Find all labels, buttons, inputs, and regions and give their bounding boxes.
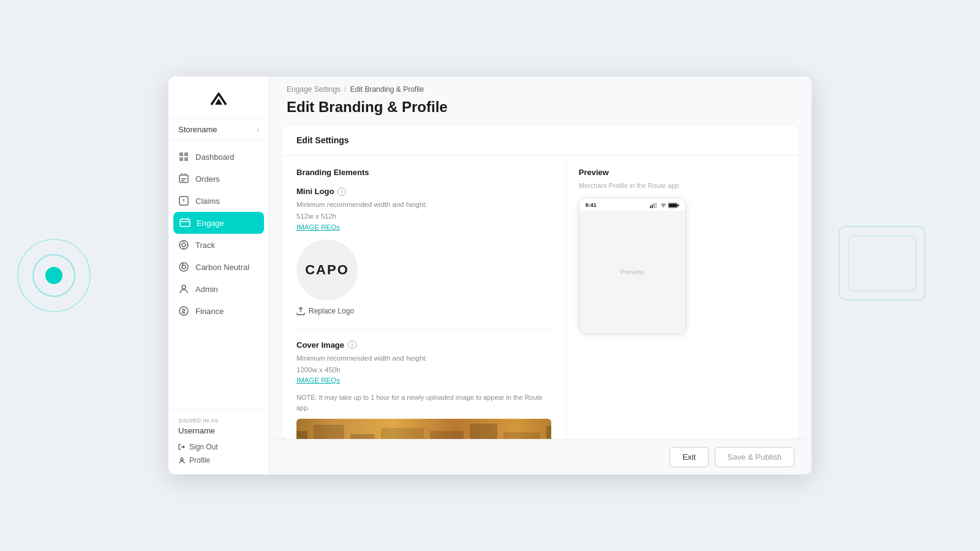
main-window: Storename › Dashboard bbox=[168, 77, 812, 474]
svg-rect-28 bbox=[652, 204, 653, 208]
svg-point-14 bbox=[181, 458, 183, 460]
main-content: Engage Settings / Edit Branding & Profil… bbox=[270, 77, 812, 474]
cover-image-hint-line2: 1200w x 450h bbox=[296, 365, 551, 375]
svg-rect-17 bbox=[314, 425, 344, 439]
cover-image-note: NOTE: It may take up to 1 hour for a new… bbox=[296, 392, 551, 413]
logo-text: CAPO bbox=[305, 262, 349, 278]
phone-status-icons bbox=[650, 203, 679, 208]
svg-point-12 bbox=[182, 285, 186, 289]
profile-icon bbox=[178, 457, 186, 464]
storename-text: Storename bbox=[178, 125, 217, 134]
storename-chevron-icon: › bbox=[257, 126, 259, 134]
carbon-neutral-icon bbox=[178, 261, 189, 272]
upload-icon bbox=[296, 307, 305, 315]
svg-point-9 bbox=[179, 241, 188, 249]
battery-icon bbox=[668, 203, 679, 208]
svg-point-11 bbox=[179, 263, 188, 271]
branding-elements-title: Branding Elements bbox=[296, 168, 551, 177]
breadcrumb-parent[interactable]: Engage Settings bbox=[287, 85, 341, 94]
save-publish-button[interactable]: Save & Publish bbox=[715, 447, 794, 467]
breadcrumb-separator: / bbox=[344, 85, 346, 94]
content-card: Edit Settings Branding Elements Mini Log… bbox=[282, 126, 799, 439]
signal-icon bbox=[650, 203, 658, 208]
signed-in-label: SIGNED IN AS bbox=[178, 418, 259, 424]
svg-rect-19 bbox=[381, 428, 424, 439]
svg-rect-22 bbox=[503, 432, 540, 439]
svg-rect-8 bbox=[180, 219, 190, 227]
mini-logo-hint-line1: Minimum recommended width and height: bbox=[296, 200, 551, 210]
phone-mockup: 9:41 bbox=[579, 198, 686, 334]
cover-image-preview bbox=[296, 419, 551, 439]
svg-rect-5 bbox=[184, 157, 188, 161]
claims-icon bbox=[178, 195, 189, 206]
phone-preview-label: Preview bbox=[620, 268, 644, 276]
breadcrumb: Engage Settings / Edit Branding & Profil… bbox=[270, 77, 812, 94]
bg-decoration-dot bbox=[45, 267, 62, 284]
mini-logo-label-text: Mini Logo bbox=[296, 187, 334, 196]
svg-rect-32 bbox=[677, 204, 679, 206]
dashboard-label: Dashboard bbox=[195, 152, 235, 162]
sidebar: Storename › Dashboard bbox=[168, 77, 270, 474]
replace-logo-button[interactable]: Replace Logo bbox=[296, 307, 354, 315]
sidebar-item-dashboard[interactable]: Dashboard bbox=[168, 146, 269, 168]
admin-icon bbox=[178, 283, 189, 294]
track-icon bbox=[178, 239, 189, 250]
cover-image-label-text: Cover Image bbox=[296, 340, 344, 350]
breadcrumb-current: Edit Branding & Profile bbox=[350, 85, 424, 94]
svg-rect-4 bbox=[179, 157, 183, 161]
finance-icon bbox=[178, 305, 189, 317]
claims-label: Claims bbox=[195, 197, 220, 206]
wifi-icon bbox=[660, 203, 666, 208]
preview-panel-title: Preview bbox=[579, 168, 787, 177]
svg-rect-20 bbox=[430, 431, 464, 439]
logo-display: CAPO bbox=[296, 239, 358, 301]
sidebar-item-engage[interactable]: Engage bbox=[173, 212, 264, 234]
sign-out-button[interactable]: Sign Out bbox=[178, 440, 259, 454]
section-divider bbox=[296, 329, 551, 329]
svg-rect-0 bbox=[839, 227, 925, 300]
page-title: Edit Branding & Profile bbox=[270, 94, 812, 126]
svg-rect-27 bbox=[650, 206, 651, 208]
cover-image-req-link[interactable]: IMAGE REQs bbox=[296, 377, 551, 384]
carbon-neutral-label: Carbon Neutral bbox=[195, 263, 249, 272]
svg-rect-21 bbox=[470, 424, 497, 439]
admin-label: Admin bbox=[195, 285, 218, 294]
mini-logo-image-req-link[interactable]: IMAGE REQs bbox=[296, 223, 551, 231]
username-display: Username bbox=[178, 426, 259, 435]
sidebar-item-admin[interactable]: Admin bbox=[168, 278, 269, 300]
cover-image-hint-line1: Minimum recommended width and height: bbox=[296, 353, 551, 364]
exit-button[interactable]: Exit bbox=[669, 447, 709, 467]
engage-icon bbox=[179, 217, 190, 228]
storename-selector[interactable]: Storename › bbox=[168, 119, 269, 141]
sidebar-item-carbon-neutral[interactable]: Carbon Neutral bbox=[168, 256, 269, 278]
sidebar-item-track[interactable]: Track bbox=[168, 234, 269, 256]
svg-rect-1 bbox=[848, 236, 916, 291]
preview-panel: Preview Merchant Profile in the Route ap… bbox=[567, 156, 799, 439]
phone-status-bar: 9:41 bbox=[579, 198, 685, 211]
orders-icon bbox=[178, 173, 189, 184]
dashboard-icon bbox=[178, 151, 189, 162]
engage-label: Engage bbox=[197, 219, 224, 228]
cover-image-svg bbox=[296, 419, 551, 439]
branding-elements-panel: Branding Elements Mini Logo i Minimum re… bbox=[282, 156, 567, 439]
mini-logo-info-icon[interactable]: i bbox=[337, 187, 346, 196]
section-title: Edit Settings bbox=[282, 126, 799, 156]
profile-button[interactable]: Profile bbox=[178, 454, 259, 467]
cover-image-info-icon[interactable]: i bbox=[348, 340, 356, 349]
sidebar-item-orders[interactable]: Orders bbox=[168, 168, 269, 190]
sidebar-item-claims[interactable]: Claims bbox=[168, 190, 269, 212]
sidebar-logo bbox=[168, 77, 269, 119]
finance-label: Finance bbox=[195, 307, 224, 316]
bg-decoration-circle bbox=[17, 239, 91, 312]
svg-rect-29 bbox=[654, 203, 655, 208]
svg-rect-23 bbox=[546, 426, 551, 439]
profile-label: Profile bbox=[189, 456, 210, 465]
svg-rect-18 bbox=[350, 434, 375, 439]
sidebar-item-finance[interactable]: Finance bbox=[168, 300, 269, 322]
svg-rect-33 bbox=[669, 204, 677, 207]
svg-rect-30 bbox=[655, 203, 657, 208]
orders-label: Orders bbox=[195, 174, 220, 184]
track-label: Track bbox=[195, 241, 215, 250]
bg-decoration-circle-inner bbox=[32, 254, 75, 297]
card-body: Branding Elements Mini Logo i Minimum re… bbox=[282, 156, 799, 439]
